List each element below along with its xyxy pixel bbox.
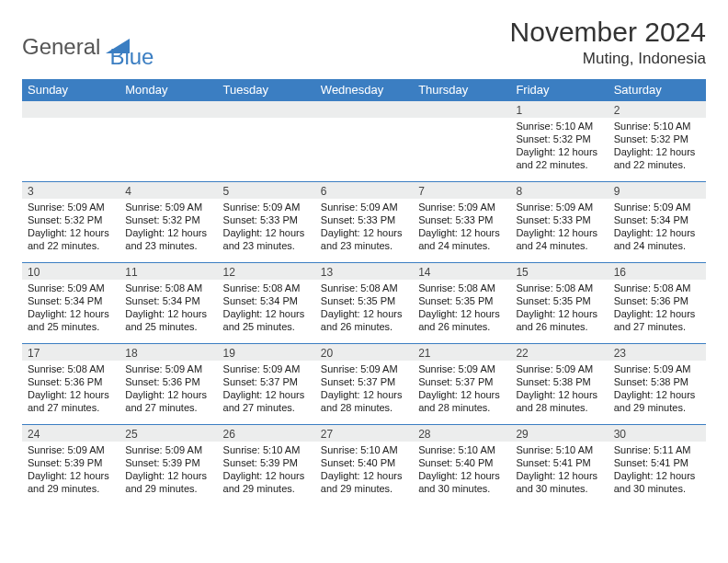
day-number: 26 [218,425,315,442]
page-title: November 2024 [510,17,706,48]
calendar-cell: 21Sunrise: 5:09 AMSunset: 5:37 PMDayligh… [413,344,510,425]
day-details: Sunrise: 5:08 AMSunset: 5:35 PMDaylight:… [315,280,413,337]
title-block: November 2024 Muting, Indonesia [510,17,706,68]
day-details: Sunrise: 5:09 AMSunset: 5:34 PMDaylight:… [22,280,119,337]
day-number: 19 [218,344,315,361]
calendar-cell [315,101,413,182]
calendar-cell: 30Sunrise: 5:11 AMSunset: 5:41 PMDayligh… [609,425,706,506]
day-details: Sunrise: 5:10 AMSunset: 5:40 PMDaylight:… [315,442,413,499]
calendar-cell: 8Sunrise: 5:09 AMSunset: 5:33 PMDaylight… [510,182,608,263]
day-details: Sunrise: 5:09 AMSunset: 5:39 PMDaylight:… [22,442,119,499]
weekday-header: Thursday [413,79,510,101]
day-number: 18 [119,344,217,361]
calendar-body: 1Sunrise: 5:10 AMSunset: 5:32 PMDaylight… [22,101,706,506]
day-number: 27 [315,425,413,442]
brand-text-2: Blue [109,44,154,70]
day-number: 23 [609,344,706,361]
day-number: 22 [510,344,608,361]
table-row: 1Sunrise: 5:10 AMSunset: 5:32 PMDaylight… [22,101,706,182]
brand-text-1: General [22,34,100,60]
day-details: Sunrise: 5:09 AMSunset: 5:33 PMDaylight:… [510,199,608,256]
day-number: 17 [22,344,119,361]
day-number: 6 [315,182,413,199]
day-number: 20 [315,344,413,361]
day-details: Sunrise: 5:08 AMSunset: 5:34 PMDaylight:… [119,280,217,337]
day-number [22,101,119,118]
calendar-cell: 24Sunrise: 5:09 AMSunset: 5:39 PMDayligh… [22,425,119,506]
day-number: 3 [22,182,119,199]
calendar-cell: 20Sunrise: 5:09 AMSunset: 5:37 PMDayligh… [315,344,413,425]
day-number [315,101,413,118]
day-details: Sunrise: 5:08 AMSunset: 5:35 PMDaylight:… [510,280,608,337]
calendar-cell [413,101,510,182]
calendar-cell: 4Sunrise: 5:09 AMSunset: 5:32 PMDaylight… [119,182,217,263]
location-label: Muting, Indonesia [510,50,706,68]
calendar-cell: 14Sunrise: 5:08 AMSunset: 5:35 PMDayligh… [413,263,510,344]
day-number: 21 [413,344,510,361]
day-number: 7 [413,182,510,199]
day-number: 16 [609,263,706,280]
day-details: Sunrise: 5:08 AMSunset: 5:36 PMDaylight:… [22,361,119,418]
day-details: Sunrise: 5:09 AMSunset: 5:37 PMDaylight:… [218,361,315,418]
day-number: 30 [609,425,706,442]
day-details: Sunrise: 5:09 AMSunset: 5:33 PMDaylight:… [218,199,315,256]
calendar-cell: 22Sunrise: 5:09 AMSunset: 5:38 PMDayligh… [510,344,608,425]
day-number: 11 [119,263,217,280]
day-details: Sunrise: 5:09 AMSunset: 5:36 PMDaylight:… [119,361,217,418]
calendar-cell [22,101,119,182]
day-number [119,101,217,118]
weekday-header: Friday [510,79,608,101]
calendar-cell: 3Sunrise: 5:09 AMSunset: 5:32 PMDaylight… [22,182,119,263]
day-details: Sunrise: 5:08 AMSunset: 5:34 PMDaylight:… [218,280,315,337]
calendar-cell: 9Sunrise: 5:09 AMSunset: 5:34 PMDaylight… [609,182,706,263]
day-number: 24 [22,425,119,442]
day-number: 28 [413,425,510,442]
brand-logo: General Blue [22,17,154,70]
calendar-cell: 18Sunrise: 5:09 AMSunset: 5:36 PMDayligh… [119,344,217,425]
day-number: 5 [218,182,315,199]
calendar-cell: 29Sunrise: 5:10 AMSunset: 5:41 PMDayligh… [510,425,608,506]
table-row: 24Sunrise: 5:09 AMSunset: 5:39 PMDayligh… [22,425,706,506]
day-details: Sunrise: 5:10 AMSunset: 5:39 PMDaylight:… [218,442,315,499]
calendar-cell [218,101,315,182]
calendar-cell: 28Sunrise: 5:10 AMSunset: 5:40 PMDayligh… [413,425,510,506]
calendar-cell [119,101,217,182]
calendar-cell: 17Sunrise: 5:08 AMSunset: 5:36 PMDayligh… [22,344,119,425]
day-number: 12 [218,263,315,280]
calendar-cell: 12Sunrise: 5:08 AMSunset: 5:34 PMDayligh… [218,263,315,344]
day-number: 14 [413,263,510,280]
calendar-cell: 5Sunrise: 5:09 AMSunset: 5:33 PMDaylight… [218,182,315,263]
day-number [413,101,510,118]
header: General Blue November 2024 Muting, Indon… [22,17,706,70]
weekday-header-row: SundayMondayTuesdayWednesdayThursdayFrid… [22,79,706,101]
day-number: 2 [609,101,706,118]
day-number: 9 [609,182,706,199]
day-number: 15 [510,263,608,280]
day-details: Sunrise: 5:09 AMSunset: 5:37 PMDaylight:… [413,361,510,418]
weekday-header: Tuesday [218,79,315,101]
day-number: 4 [119,182,217,199]
calendar-cell: 10Sunrise: 5:09 AMSunset: 5:34 PMDayligh… [22,263,119,344]
calendar-cell: 13Sunrise: 5:08 AMSunset: 5:35 PMDayligh… [315,263,413,344]
day-details: Sunrise: 5:09 AMSunset: 5:32 PMDaylight:… [22,199,119,256]
day-details: Sunrise: 5:09 AMSunset: 5:38 PMDaylight:… [609,361,706,418]
table-row: 10Sunrise: 5:09 AMSunset: 5:34 PMDayligh… [22,263,706,344]
day-details: Sunrise: 5:09 AMSunset: 5:38 PMDaylight:… [510,361,608,418]
calendar-cell: 25Sunrise: 5:09 AMSunset: 5:39 PMDayligh… [119,425,217,506]
calendar-cell: 11Sunrise: 5:08 AMSunset: 5:34 PMDayligh… [119,263,217,344]
day-details: Sunrise: 5:09 AMSunset: 5:33 PMDaylight:… [315,199,413,256]
calendar-cell: 27Sunrise: 5:10 AMSunset: 5:40 PMDayligh… [315,425,413,506]
weekday-header: Wednesday [315,79,413,101]
weekday-header: Monday [119,79,217,101]
calendar-cell: 1Sunrise: 5:10 AMSunset: 5:32 PMDaylight… [510,101,608,182]
day-details: Sunrise: 5:08 AMSunset: 5:36 PMDaylight:… [609,280,706,337]
day-details: Sunrise: 5:10 AMSunset: 5:32 PMDaylight:… [609,118,706,175]
day-details: Sunrise: 5:09 AMSunset: 5:33 PMDaylight:… [413,199,510,256]
calendar-table: SundayMondayTuesdayWednesdayThursdayFrid… [22,79,706,506]
calendar-cell: 6Sunrise: 5:09 AMSunset: 5:33 PMDaylight… [315,182,413,263]
weekday-header: Saturday [609,79,706,101]
calendar-cell: 15Sunrise: 5:08 AMSunset: 5:35 PMDayligh… [510,263,608,344]
calendar-cell: 23Sunrise: 5:09 AMSunset: 5:38 PMDayligh… [609,344,706,425]
day-details: Sunrise: 5:09 AMSunset: 5:39 PMDaylight:… [119,442,217,499]
day-number [218,101,315,118]
